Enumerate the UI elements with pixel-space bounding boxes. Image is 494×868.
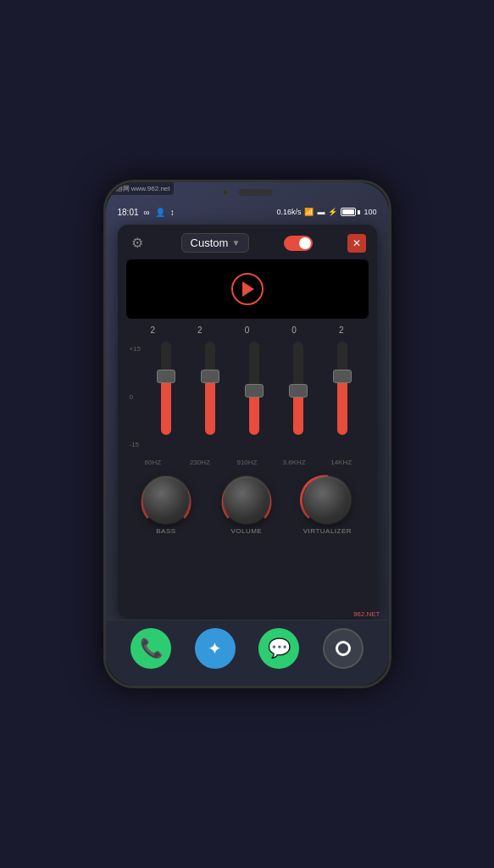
preset-selector[interactable]: Custom ▼ xyxy=(181,233,250,253)
eq-val-4: 2 xyxy=(325,326,358,335)
bass-knob-group: BASS xyxy=(142,476,190,535)
eq-val-0: 2 xyxy=(136,326,169,335)
watermark-top: 乐游网 www.962.net xyxy=(106,182,174,195)
eq-frequency-labels: 60HZ 230HZ 910HZ 3.6KHZ 14KHZ xyxy=(126,459,369,466)
freq-label-3: 3.6KHZ xyxy=(277,459,311,466)
virtualizer-knob[interactable] xyxy=(303,476,351,524)
toggle-knob xyxy=(299,237,311,249)
nav-camera-button[interactable] xyxy=(323,628,364,669)
virtualizer-knob-group: VIRTUALIZER xyxy=(303,476,352,535)
play-button[interactable] xyxy=(231,273,264,305)
eq-val-3: 0 xyxy=(277,326,311,335)
slider-handle-1[interactable] xyxy=(201,370,219,383)
camera-icon xyxy=(336,641,351,656)
card-header: ⚙ Custom ▼ ✕ xyxy=(126,233,369,253)
audio-visualizer xyxy=(126,259,369,319)
freq-label-0: 60HZ xyxy=(136,459,169,466)
status-bar: 18:01 ∞ 👤 ↕ 0.16k/s 📶 ▬ ⚡ 100 xyxy=(106,203,389,221)
bass-knob[interactable] xyxy=(142,476,190,524)
equalizer-card: ⚙ Custom ▼ ✕ xyxy=(118,225,377,618)
close-icon: ✕ xyxy=(352,237,361,249)
nav-phone-button[interactable]: 📞 xyxy=(130,628,171,669)
settings-button[interactable]: ⚙ xyxy=(128,234,147,253)
battery-indicator xyxy=(341,208,360,216)
bass-knob-body xyxy=(142,476,190,524)
volume-knob-body xyxy=(223,476,270,524)
eq-band-1[interactable] xyxy=(188,342,232,452)
eq-sliders-container: +15 0 -15 xyxy=(126,342,369,452)
phone-top-hardware xyxy=(222,189,273,196)
status-wifi-icon: 📶 xyxy=(304,208,314,216)
eq-band-3[interactable] xyxy=(276,342,320,452)
speaker-grille xyxy=(239,189,273,196)
status-user-icon: 👤 xyxy=(155,208,165,217)
knobs-row: BASS VOLUME xyxy=(126,473,369,537)
eq-toggle[interactable] xyxy=(284,236,313,251)
slider-handle-3[interactable] xyxy=(289,384,308,398)
phone-device: 乐游网 www.962.net 962.NET 18:01 ∞ 👤 ↕ 0.16… xyxy=(103,180,391,688)
status-signal-icon: ▬ xyxy=(317,208,325,216)
main-content: ⚙ Custom ▼ ✕ xyxy=(118,225,377,618)
scale-bot-label: -15 xyxy=(130,441,142,448)
freq-label-4: 14KHZ xyxy=(325,459,358,466)
freq-label-2: 910HZ xyxy=(230,459,264,466)
eq-band-2[interactable] xyxy=(232,342,276,452)
bottom-navigation: 📞 ✦ 💬 xyxy=(106,620,389,686)
status-usb-icon: ↕ xyxy=(170,208,175,217)
eq-band-values: 2 2 0 0 2 xyxy=(126,326,369,335)
eq-val-2: 0 xyxy=(230,326,264,335)
messages-icon: 💬 xyxy=(268,637,291,659)
phone-icon: 📞 xyxy=(140,637,163,659)
preset-label: Custom xyxy=(191,236,229,249)
eq-band-4[interactable] xyxy=(320,342,364,452)
slider-handle-4[interactable] xyxy=(333,370,352,383)
status-charge-icon: ⚡ xyxy=(328,208,337,216)
front-camera xyxy=(222,189,229,196)
eq-val-1: 2 xyxy=(183,326,217,335)
freq-label-1: 230HZ xyxy=(183,459,217,466)
status-time: 18:01 xyxy=(118,208,139,217)
virtualizer-label: VIRTUALIZER xyxy=(303,527,352,535)
virtualizer-knob-body xyxy=(303,476,351,524)
eq-band-0[interactable] xyxy=(144,342,188,452)
status-data-speed: 0.16k/s xyxy=(276,208,301,216)
volume-knob-group: VOLUME xyxy=(223,476,270,535)
play-icon xyxy=(242,281,254,297)
nav-flick-button[interactable]: ✦ xyxy=(195,628,236,669)
chevron-down-icon: ▼ xyxy=(231,238,240,248)
slider-handle-2[interactable] xyxy=(245,384,264,398)
scale-mid-label: 0 xyxy=(130,393,142,401)
eq-scale: +15 0 -15 xyxy=(130,342,142,452)
battery-level: 100 xyxy=(364,208,376,216)
scale-top-label: +15 xyxy=(130,345,142,353)
bass-label: BASS xyxy=(156,527,175,535)
status-infinity-icon: ∞ xyxy=(144,208,150,217)
close-button[interactable]: ✕ xyxy=(347,234,366,253)
volume-knob[interactable] xyxy=(223,476,270,524)
watermark-bottom: 962.NET xyxy=(353,610,380,618)
nav-messages-button[interactable]: 💬 xyxy=(258,628,299,669)
flick-icon: ✦ xyxy=(208,638,222,659)
volume-label: VOLUME xyxy=(230,527,262,535)
